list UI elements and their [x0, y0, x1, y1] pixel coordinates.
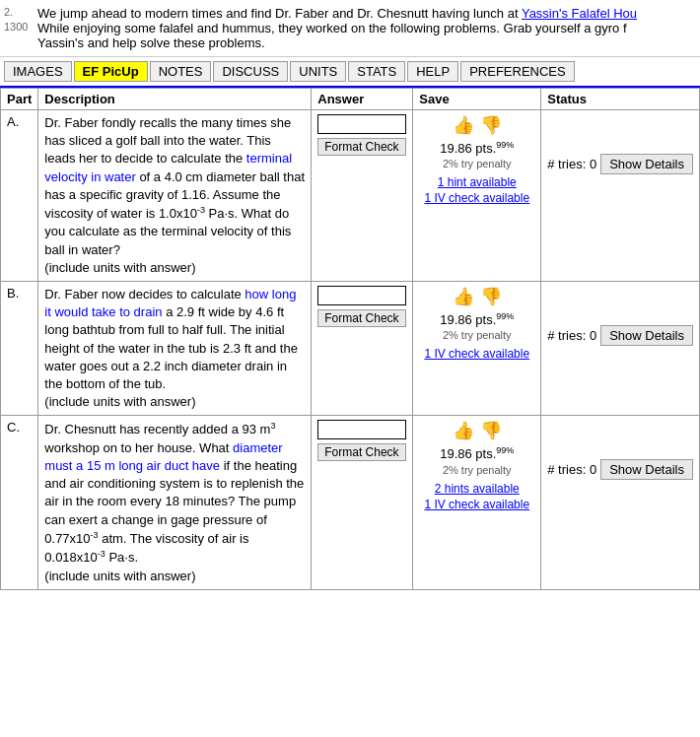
- status-cell-b: # tries: 0 Show Details: [541, 282, 700, 416]
- tab-help[interactable]: HELP: [407, 61, 458, 82]
- tries-row-c: # tries: 0 Show Details: [547, 459, 693, 480]
- penalty-row-a: 2% try penalty: [419, 158, 534, 169]
- description-b: Dr. Faber now decides to calculate how l…: [38, 282, 312, 416]
- col-header-save: Save: [413, 89, 541, 110]
- blue-text-c: diameter must a 15 m long air duct have: [44, 440, 282, 473]
- penalty-row-c: 2% try penalty: [419, 464, 534, 476]
- hint-link-a2[interactable]: 1 IV check available: [419, 191, 534, 205]
- thumb-down-c[interactable]: 👎: [480, 420, 502, 441]
- tabs-bar: IMAGES EF PicUp NOTES DISCUSS UNITS STAT…: [0, 57, 700, 88]
- tries-label-a: # tries: 0: [547, 157, 596, 171]
- save-cell-a: 👍 👎 19.86 pts.99% 2% try penalty 1 hint …: [413, 110, 541, 282]
- tries-row-a: # tries: 0 Show Details: [547, 154, 693, 174]
- header-line3-text: Yassin's and help solve these problems.: [37, 35, 265, 50]
- blue-text-a: terminal velocity in water: [44, 151, 292, 183]
- line-number-3: [4, 35, 34, 50]
- col-header-answer: Answer: [312, 89, 413, 110]
- points-row-b: 19.86 pts.99%: [419, 311, 534, 327]
- thumbs-row-b: 👍 👎: [419, 286, 534, 307]
- description-c: Dr. Chesnutt has recently added a 93 m3 …: [38, 416, 312, 590]
- line-number-2: 1300: [4, 21, 34, 35]
- answer-cell-b: Format Check: [312, 282, 413, 416]
- blue-text-b: how long it would take to drain: [44, 287, 296, 319]
- show-details-btn-b[interactable]: Show Details: [600, 325, 693, 346]
- part-label-b: B.: [1, 282, 38, 416]
- table-row: B. Dr. Faber now decides to calculate ho…: [1, 282, 700, 416]
- table-row: A. Dr. Faber fondly recalls the many tim…: [1, 110, 700, 282]
- tab-stats[interactable]: STATS: [348, 61, 405, 82]
- thumb-up-a[interactable]: 👍: [453, 114, 474, 136]
- format-check-btn-a[interactable]: Format Check: [317, 138, 405, 156]
- hint-link-a1[interactable]: 1 hint available: [419, 175, 534, 189]
- hint-link-c2[interactable]: 1 IV check available: [419, 498, 534, 511]
- thumb-down-b[interactable]: 👎: [480, 286, 502, 307]
- tab-images[interactable]: IMAGES: [4, 61, 72, 82]
- answer-cell-a: Format Check: [312, 110, 413, 282]
- answer-input-b[interactable]: [317, 286, 406, 305]
- problem-table: Part Description Answer Save Status A. D…: [0, 88, 700, 590]
- points-sup-c: 99%: [496, 445, 514, 455]
- thumbs-row-a: 👍 👎: [419, 114, 534, 136]
- description-a: Dr. Faber fondly recalls the many times …: [38, 110, 312, 282]
- tab-preferences[interactable]: PREFERENCES: [460, 61, 575, 82]
- thumb-up-b[interactable]: 👍: [453, 286, 474, 307]
- format-check-btn-b[interactable]: Format Check: [317, 309, 405, 327]
- col-header-part: Part: [1, 89, 38, 110]
- show-details-btn-a[interactable]: Show Details: [600, 154, 693, 174]
- answer-input-c[interactable]: [317, 420, 406, 439]
- answer-cell-c: Format Check: [312, 416, 413, 590]
- points-row-a: 19.86 pts.99%: [419, 140, 534, 156]
- save-cell-b: 👍 👎 19.86 pts.99% 2% try penalty 1 IV ch…: [413, 282, 541, 416]
- tries-label-c: # tries: 0: [547, 462, 596, 477]
- tab-ef-picup[interactable]: EF PicUp: [74, 61, 148, 82]
- status-cell-a: # tries: 0 Show Details: [541, 110, 700, 282]
- part-label-a: A.: [1, 110, 38, 282]
- show-details-btn-c[interactable]: Show Details: [600, 459, 693, 480]
- tab-discuss[interactable]: DISCUSS: [213, 61, 288, 82]
- header-line1-text: We jump ahead to modern times and find D…: [37, 6, 637, 21]
- yassin-link[interactable]: Yassin's Falafel Hou: [522, 6, 637, 21]
- exp-a: -3: [197, 205, 205, 215]
- answer-input-a[interactable]: [317, 114, 406, 134]
- points-row-c: 19.86 pts.99%: [419, 445, 534, 461]
- hint-link-c1[interactable]: 2 hints available: [419, 482, 534, 496]
- thumbs-row-c: 👍 👎: [419, 420, 534, 441]
- status-cell-c: # tries: 0 Show Details: [541, 416, 700, 590]
- tab-units[interactable]: UNITS: [290, 61, 346, 82]
- header-line2-text: While enjoying some falafel and hummus, …: [37, 21, 627, 35]
- hint-link-b1[interactable]: 1 IV check available: [419, 347, 534, 361]
- exp-pressure: -3: [91, 530, 99, 540]
- exp-m3: 3: [270, 421, 275, 431]
- table-row: C. Dr. Chesnutt has recently added a 93 …: [1, 416, 700, 590]
- tries-label-b: # tries: 0: [547, 328, 596, 343]
- thumb-up-c[interactable]: 👍: [453, 420, 474, 441]
- exp-viscosity: -3: [98, 549, 105, 559]
- tab-notes[interactable]: NOTES: [150, 61, 212, 82]
- thumb-down-a[interactable]: 👎: [480, 114, 502, 136]
- line-number-1: 2.: [4, 6, 34, 21]
- format-check-btn-c[interactable]: Format Check: [317, 443, 405, 461]
- header-section: 2. We jump ahead to modern times and fin…: [0, 0, 700, 57]
- tries-row-b: # tries: 0 Show Details: [547, 325, 693, 346]
- points-sup-a: 99%: [496, 140, 514, 150]
- part-label-c: C.: [1, 416, 38, 590]
- penalty-row-b: 2% try penalty: [419, 329, 534, 341]
- col-header-status: Status: [541, 89, 700, 110]
- save-cell-c: 👍 👎 19.86 pts.99% 2% try penalty 2 hints…: [413, 416, 541, 590]
- points-sup-b: 99%: [496, 311, 514, 321]
- col-header-description: Description: [38, 89, 312, 110]
